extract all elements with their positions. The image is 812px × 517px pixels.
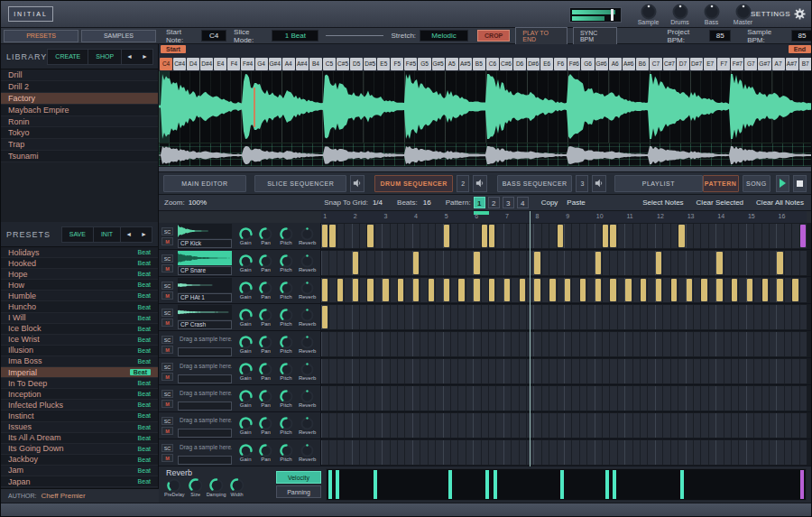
step-cell[interactable] — [321, 359, 328, 383]
step-cell[interactable] — [678, 413, 685, 438]
step-cell[interactable] — [404, 413, 411, 438]
step-cell[interactable] — [693, 413, 700, 438]
step-cell[interactable] — [724, 305, 731, 329]
mixer-knob-bass[interactable]: Bass — [696, 3, 727, 27]
library-item[interactable]: Trap — [1, 139, 158, 151]
step-cell[interactable] — [404, 332, 411, 356]
step-cell[interactable] — [495, 278, 503, 302]
step-cell[interactable] — [724, 413, 731, 438]
step-cell[interactable] — [328, 332, 336, 356]
step-cell[interactable] — [473, 440, 480, 465]
step-cell[interactable] — [337, 251, 344, 275]
step-cell[interactable] — [769, 305, 776, 329]
drum-note[interactable] — [367, 279, 373, 301]
tab-playlist[interactable]: PLAYLIST — [614, 175, 702, 192]
step-cell[interactable] — [397, 440, 404, 465]
step-cell[interactable] — [724, 359, 731, 383]
drum-note[interactable] — [732, 279, 737, 301]
step-cell[interactable] — [586, 305, 594, 329]
step-cell[interactable] — [753, 251, 761, 275]
sample-name-field[interactable] — [178, 429, 232, 438]
step-cell[interactable] — [799, 413, 807, 438]
step-cell[interactable] — [571, 359, 578, 383]
step-cell[interactable] — [632, 305, 640, 329]
step-cell[interactable] — [374, 251, 382, 275]
step-cell[interactable] — [519, 332, 526, 356]
step-cell[interactable] — [428, 305, 435, 329]
velocity-bar[interactable] — [485, 470, 489, 499]
step-cell[interactable] — [738, 332, 745, 356]
step-cell[interactable] — [352, 224, 359, 248]
mixer-knob-sample[interactable]: Sample — [632, 3, 664, 27]
preset-item[interactable]: In To DeepBeat — [1, 378, 158, 389]
step-cell[interactable] — [670, 332, 678, 356]
drum-note[interactable] — [595, 279, 601, 301]
knob-reverb[interactable]: Reverb — [299, 304, 316, 330]
step-cell[interactable] — [511, 278, 518, 302]
reverb-knob-damping[interactable]: Damping — [207, 477, 226, 497]
knob-reverb[interactable]: Reverb — [299, 385, 316, 411]
step-cell[interactable] — [352, 413, 359, 438]
step-cell[interactable] — [359, 413, 366, 438]
velocity-bar[interactable] — [613, 470, 616, 499]
slice-marker[interactable] — [254, 88, 255, 127]
reverb-knob-width[interactable]: Width — [229, 477, 245, 497]
step-cell[interactable] — [488, 413, 495, 438]
bass-sequencer-count[interactable]: 3 — [576, 175, 588, 192]
step-cell[interactable] — [609, 386, 616, 411]
clear-all-notes-button[interactable]: Clear All Notes — [756, 198, 804, 207]
step-cell[interactable] — [412, 359, 420, 383]
step-cell[interactable] — [617, 224, 624, 248]
step-cell[interactable] — [609, 305, 616, 329]
step-cell[interactable] — [708, 332, 715, 356]
mute-button[interactable]: M — [161, 400, 173, 408]
step-cell[interactable] — [481, 251, 488, 275]
step-cell[interactable] — [724, 224, 731, 248]
step-cell[interactable] — [647, 332, 654, 356]
knob-pan[interactable]: Pan — [258, 277, 273, 303]
step-cell[interactable] — [571, 440, 578, 465]
drum-note[interactable] — [337, 279, 343, 301]
step-cell[interactable] — [404, 359, 411, 383]
step-cell[interactable] — [784, 251, 791, 275]
step-cell[interactable] — [352, 332, 359, 356]
step-cell[interactable] — [655, 305, 662, 329]
step-cell[interactable] — [579, 413, 586, 438]
drum-note[interactable] — [367, 225, 373, 247]
step-cell[interactable] — [359, 224, 366, 248]
step-cell[interactable] — [571, 278, 578, 302]
step-cell[interactable] — [586, 224, 594, 248]
step-cell[interactable] — [579, 305, 586, 329]
step-cell[interactable] — [466, 440, 473, 465]
step-cell[interactable] — [655, 386, 662, 411]
preset-item[interactable]: Its All A DreamBeat — [1, 433, 158, 444]
step-cell[interactable] — [708, 224, 715, 248]
step-cell[interactable] — [374, 386, 382, 411]
step-cell[interactable] — [511, 386, 518, 411]
drum-note[interactable] — [716, 252, 722, 274]
step-cell[interactable] — [579, 332, 586, 356]
step-cell[interactable] — [495, 440, 503, 465]
drum-note[interactable] — [656, 252, 661, 274]
step-cell[interactable] — [761, 413, 769, 438]
step-cell[interactable] — [420, 251, 427, 275]
step-cell[interactable] — [450, 359, 457, 383]
step-cell[interactable] — [571, 224, 578, 248]
step-cell[interactable] — [503, 332, 511, 356]
step-cell[interactable] — [420, 413, 427, 438]
step-cell[interactable] — [481, 386, 488, 411]
library-item[interactable]: Factory — [1, 93, 158, 105]
step-cell[interactable] — [557, 359, 564, 383]
note-chip[interactable]: C7 — [650, 58, 662, 70]
step-cell[interactable] — [678, 278, 685, 302]
step-cell[interactable] — [609, 251, 616, 275]
step-cell[interactable] — [693, 305, 700, 329]
step-cell[interactable] — [382, 251, 389, 275]
velocity-bar[interactable] — [374, 470, 377, 499]
step-cell[interactable] — [799, 278, 807, 302]
step-cell[interactable] — [602, 305, 609, 329]
step-cell[interactable] — [443, 251, 450, 275]
step-cell[interactable] — [541, 359, 549, 383]
preset-item[interactable]: InstinctBeat — [1, 411, 158, 421]
step-cell[interactable] — [321, 413, 328, 438]
